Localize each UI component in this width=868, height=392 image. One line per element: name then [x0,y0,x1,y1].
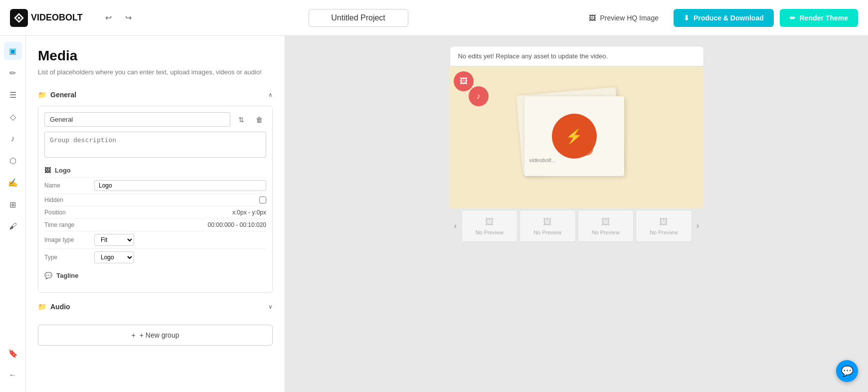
logo-imagetype-select[interactable]: FitFillStretch [94,234,134,246]
strip-prev-button[interactable]: ‹ [450,220,462,232]
project-title-input[interactable] [309,9,408,27]
logo-item-header: 🖼 Logo [44,165,266,177]
logo-type-row: Type LogoImageVideo [44,248,266,266]
logo-type-label: Type [44,254,94,261]
sidebar-layers-button[interactable]: ☰ [4,86,22,104]
topbar-controls: ↩ ↪ [101,10,137,26]
video-audio-overlay-button[interactable]: ♪ [469,86,489,106]
thumbnail-strip: ‹ 🖼 No Preview 🖼 No Preview 🖼 No Preview [450,210,704,242]
logo-hidden-checkbox[interactable] [259,196,266,203]
group-description-input[interactable] [44,132,266,158]
tagline-item-header: 💬 Tagline [44,270,266,282]
download-icon: ⬇ [684,14,690,22]
tagline-item-label: Tagline [56,272,79,279]
logo-type-select[interactable]: LogoImageVideo [94,251,134,263]
logo-hidden-row: Hidden [44,194,266,206]
topbar-right: 🖼 Preview HQ Image ⬇ Produce & Download … [580,9,858,27]
strip-next-button[interactable]: › [692,220,704,232]
general-group-chevron: ∧ [268,91,273,98]
sidebar-chart-button[interactable]: ⬡ [4,152,22,170]
audio-group-header-left: 📁 Audio [38,303,70,311]
render-label: Render Theme [800,14,848,22]
thumbnail-label-3: No Preview [592,229,620,235]
audio-folder-icon: 📁 [38,303,46,311]
folder-icon: 📁 [38,91,46,99]
thumb-icon-1: 🖼 [485,217,494,227]
general-group-label: General [50,91,76,99]
no-edits-banner: No edits yet! Replace any asset to updat… [450,46,704,66]
video-preview: ⚡ videobolt... 🖼 ♪ [450,66,704,208]
group-name-row: ⇅ 🗑 [44,112,266,127]
new-group-button[interactable]: + + New group [38,325,273,346]
logo-name-input[interactable] [94,180,266,191]
sidebar-pen-button[interactable]: ✍ [4,174,22,192]
redo-button[interactable]: ↪ [121,10,137,26]
group-name-input[interactable] [44,112,230,127]
thumbnail-items: 🖼 No Preview 🖼 No Preview 🖼 No Preview 🖼… [462,210,692,242]
tagline-text-icon: 💬 [44,272,52,279]
brand-lightning-icon: ⚡ [565,128,583,145]
group-sort-button[interactable]: ⇅ [234,113,248,127]
general-group-body: ⇅ 🗑 🖼 Logo Name Hidden [38,106,273,293]
thumb-icon-2: 🖼 [543,217,552,227]
audio-group-header[interactable]: 📁 Audio ∨ [38,299,273,315]
sidebar-bookmark-button[interactable]: 🔖 [4,344,22,362]
topbar-center [137,9,580,27]
topbar: VIDEOBOLT ↩ ↪ 🖼 Preview HQ Image ⬇ Produ… [0,0,868,36]
logo-imagetype-label: Image type [44,236,94,243]
thumbnail-1[interactable]: 🖼 No Preview [462,210,518,242]
logo-position-value: x:0px - y:0px [94,209,266,216]
logo-item-label: Logo [55,167,71,174]
plus-icon: + [132,331,136,339]
logo-area: VIDEOBOLT ↩ ↪ [10,9,137,27]
video-image-overlay-button[interactable]: 🖼 [454,71,474,91]
thumb-icon-4: 🖼 [659,217,668,227]
audio-group: 📁 Audio ∨ [38,299,273,315]
thumbnail-2[interactable]: 🖼 No Preview [520,210,576,242]
sidebar-edit-button[interactable]: ✏ [4,64,22,82]
thumbnail-3[interactable]: 🖼 No Preview [578,210,634,242]
sidebar-stack-button[interactable]: ⊞ [4,196,22,213]
panel-subtitle: List of placeholders where you can enter… [38,68,273,77]
preview-hq-icon: 🖼 [589,14,596,22]
thumbnail-4[interactable]: 🖼 No Preview [636,210,692,242]
small-circle-decoration [579,142,593,156]
sidebar-back-button[interactable]: ← [4,366,22,384]
logo-name-row: Name [44,177,266,194]
audio-group-header-right: ∨ [268,303,273,310]
logo-timerange-label: Time range [44,221,94,228]
audio-group-chevron: ∨ [268,303,273,310]
sidebar-music-button[interactable]: ♪ [4,130,22,148]
no-edits-text: No edits yet! Replace any asset to updat… [458,52,608,60]
undo-button[interactable]: ↩ [101,10,117,26]
logo-timerange-value: 00:00:000 - 00:10:020 [94,221,266,228]
chat-icon: 💬 [841,365,854,377]
preview-container: No edits yet! Replace any asset to updat… [450,46,704,242]
general-group-header[interactable]: 📁 General ∧ [38,87,273,103]
general-group-header-right: ∧ [268,91,273,98]
chat-button[interactable]: 💬 [836,360,858,382]
preview-hq-button[interactable]: 🖼 Preview HQ Image [580,9,667,27]
sidebar-brush-button[interactable]: 🖌 [4,217,22,235]
panel-title: Media [38,48,273,64]
logo-position-label: Position [44,209,94,216]
produce-download-button[interactable]: ⬇ Produce & Download [674,9,774,27]
logo-imagetype-row: Image type FitFillStretch [44,231,266,248]
brand-text: videobolt... [529,157,556,163]
group-delete-button[interactable]: 🗑 [252,113,266,127]
general-group: 📁 General ∧ ⇅ 🗑 🖼 Logo [38,87,273,293]
new-group-label: + New group [140,331,179,339]
thumbnail-label-2: No Preview [533,229,561,235]
logo: VIDEOBOLT [10,9,83,27]
sidebar-tag-button[interactable]: ◇ [4,108,22,126]
content-area: No edits yet! Replace any asset to updat… [285,36,868,392]
preview-hq-label: Preview HQ Image [600,14,658,22]
thumbnail-label-1: No Preview [476,229,504,235]
logo-icon [10,9,28,27]
thumb-icon-3: 🖼 [601,217,610,227]
render-icon: ✏ [790,14,796,22]
logo-name-label: Name [44,182,94,189]
sidebar-media-button[interactable]: ▣ [4,42,22,60]
icon-sidebar: ▣ ✏ ☰ ◇ ♪ ⬡ ✍ ⊞ 🖌 🔖 ← [0,36,26,392]
render-theme-button[interactable]: ✏ Render Theme [780,9,858,27]
